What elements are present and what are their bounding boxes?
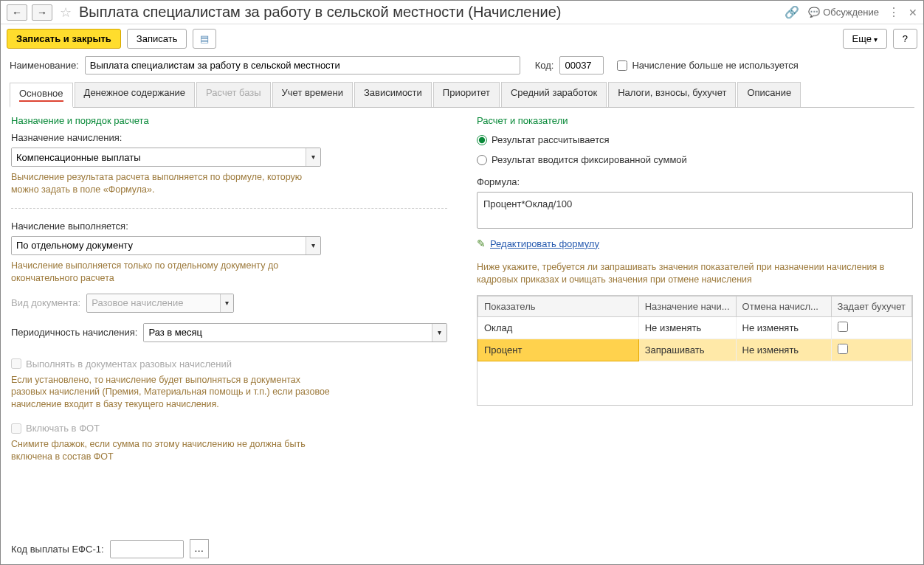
forward-button[interactable]: → — [32, 4, 52, 21]
toolbar: Записать и закрыть Записать ▤ Еще ? — [1, 24, 923, 53]
tab-priority[interactable]: Приоритет — [433, 82, 500, 107]
name-label: Наименование: — [10, 60, 79, 71]
cell-assign: Не изменять — [638, 316, 736, 339]
purpose-select[interactable]: ▾ — [11, 148, 321, 167]
radio-calculated[interactable]: Результат рассчитывается — [477, 134, 913, 145]
when-value[interactable] — [12, 237, 306, 254]
back-button[interactable]: ← — [7, 4, 27, 21]
chk-fot-input — [11, 423, 21, 434]
code-label: Код: — [535, 60, 554, 71]
save-button[interactable]: Записать — [127, 29, 187, 49]
chk-onetime-label: Выполнять в документах разовых начислени… — [26, 358, 232, 370]
efs-input[interactable] — [110, 540, 184, 558]
link-icon[interactable]: 🔗 — [785, 5, 799, 19]
kebab-menu[interactable]: ⋮ — [888, 5, 900, 19]
radio-calculated-label: Результат рассчитывается — [492, 134, 610, 145]
tab-base[interactable]: Расчет базы — [196, 82, 271, 107]
not-used-checkbox-input[interactable] — [617, 60, 627, 71]
chevron-down-icon[interactable]: ▾ — [306, 148, 320, 166]
chk-onetime-input — [11, 358, 21, 369]
section-purpose: Назначение и порядок расчета — [11, 115, 447, 126]
tab-money[interactable]: Денежное содержание — [75, 82, 195, 107]
col-assign: Назначение начи... — [638, 296, 736, 316]
table-hint: Ниже укажите, требуется ли запрашивать з… — [477, 261, 913, 286]
table-row[interactable]: Оклад Не изменять Не изменять — [478, 316, 912, 339]
purpose-hint: Вычисление результата расчета выполняетс… — [11, 171, 321, 196]
chk-fot[interactable]: Включать в ФОТ — [11, 423, 447, 434]
tab-time[interactable]: Учет времени — [272, 82, 353, 107]
report-icon-button[interactable]: ▤ — [193, 29, 216, 49]
footer: Код выплаты ЕФС-1: … — [1, 533, 923, 564]
efs-lookup-button[interactable]: … — [190, 539, 209, 558]
col-cancel: Отмена начисл... — [736, 296, 831, 316]
radio-fixed-label: Результат вводится фиксированной суммой — [492, 154, 687, 165]
speech-icon: 💬 — [808, 7, 820, 18]
doc-type-label: Вид документа: — [11, 297, 80, 308]
formula-label: Формула: — [477, 176, 913, 187]
chk-fot-label: Включать в ФОТ — [26, 423, 100, 434]
cell-acc[interactable] — [831, 339, 911, 361]
pencil-icon: ✎ — [477, 238, 486, 249]
discussion-button[interactable]: 💬 Обсуждение — [808, 7, 879, 18]
header-fields: Наименование: Код: Начисление больше не … — [1, 53, 923, 77]
help-button[interactable]: ? — [893, 29, 917, 49]
cell-cancel: Не изменять — [736, 316, 831, 339]
period-select[interactable]: ▾ — [143, 323, 447, 342]
more-button[interactable]: Еще — [843, 29, 887, 49]
acc-checkbox[interactable] — [838, 344, 848, 354]
discussion-label: Обсуждение — [823, 7, 879, 18]
left-column: Назначение и порядок расчета Назначение … — [11, 115, 447, 526]
formula-box[interactable]: Процент*Оклад/100 — [477, 192, 913, 229]
edit-formula-link[interactable]: Редактировать формулу — [490, 238, 599, 249]
cell-acc[interactable] — [831, 316, 911, 339]
doc-type-value — [87, 294, 220, 312]
cell-assign: Запрашивать — [638, 339, 736, 361]
chevron-down-icon[interactable]: ▾ — [432, 324, 447, 342]
tab-main[interactable]: Основное — [10, 83, 73, 108]
table-row[interactable]: Процент Запрашивать Не изменять — [478, 339, 912, 361]
purpose-value[interactable] — [12, 148, 306, 166]
period-label: Периодичность начисления: — [11, 327, 137, 338]
chk-onetime[interactable]: Выполнять в документах разовых начислени… — [11, 358, 447, 370]
close-icon[interactable]: ✕ — [909, 7, 917, 18]
tabs: Основное Денежное содержание Расчет базы… — [10, 82, 914, 108]
acc-checkbox[interactable] — [838, 322, 848, 332]
tab-deps[interactable]: Зависимости — [354, 82, 432, 107]
name-input[interactable] — [85, 56, 520, 74]
table-header: Показатель Назначение начи... Отмена нач… — [478, 296, 912, 316]
chk-onetime-hint: Если установлено, то начисление будет вы… — [11, 374, 336, 412]
cell-indicator: Процент — [478, 339, 639, 361]
cell-cancel: Не изменять — [736, 339, 831, 361]
radio-calculated-input[interactable] — [477, 135, 487, 145]
efs-label: Код выплаты ЕФС-1: — [11, 544, 104, 555]
period-value[interactable] — [144, 324, 432, 342]
chk-fot-hint: Снимите флажок, если сумма по этому начи… — [11, 438, 336, 463]
when-label: Начисление выполняется: — [11, 221, 447, 232]
code-input[interactable] — [559, 56, 604, 74]
purpose-label: Назначение начисления: — [11, 132, 447, 143]
col-indicator: Показатель — [478, 296, 639, 316]
when-hint: Начисление выполняется только по отдельн… — [11, 260, 321, 285]
tab-desc[interactable]: Описание — [737, 82, 801, 107]
section-calc: Расчет и показатели — [477, 115, 913, 126]
when-select[interactable]: ▾ — [11, 236, 321, 255]
chevron-down-icon[interactable]: ▾ — [306, 237, 320, 254]
indicators-table: Показатель Назначение начи... Отмена нач… — [477, 295, 913, 406]
right-column: Расчет и показатели Результат рассчитыва… — [477, 115, 913, 526]
titlebar: ← → ☆ Выплата специалистам за работу в с… — [1, 1, 923, 24]
window-title: Выплата специалистам за работу в сельско… — [79, 4, 780, 21]
tab-avg[interactable]: Средний заработок — [501, 82, 607, 107]
cell-indicator: Оклад — [478, 316, 639, 339]
tab-tax[interactable]: Налоги, взносы, бухучет — [608, 82, 736, 107]
chevron-down-icon[interactable]: ▾ — [220, 294, 233, 312]
radio-fixed-input[interactable] — [477, 155, 487, 165]
save-close-button[interactable]: Записать и закрыть — [7, 29, 121, 49]
not-used-label: Начисление больше не используется — [632, 60, 798, 71]
not-used-checkbox[interactable]: Начисление больше не используется — [617, 60, 798, 71]
col-acc: Задает бухучет — [831, 296, 911, 316]
doc-type-select[interactable]: ▾ — [86, 294, 234, 313]
favorite-icon[interactable]: ☆ — [60, 4, 72, 21]
radio-fixed[interactable]: Результат вводится фиксированной суммой — [477, 154, 913, 165]
